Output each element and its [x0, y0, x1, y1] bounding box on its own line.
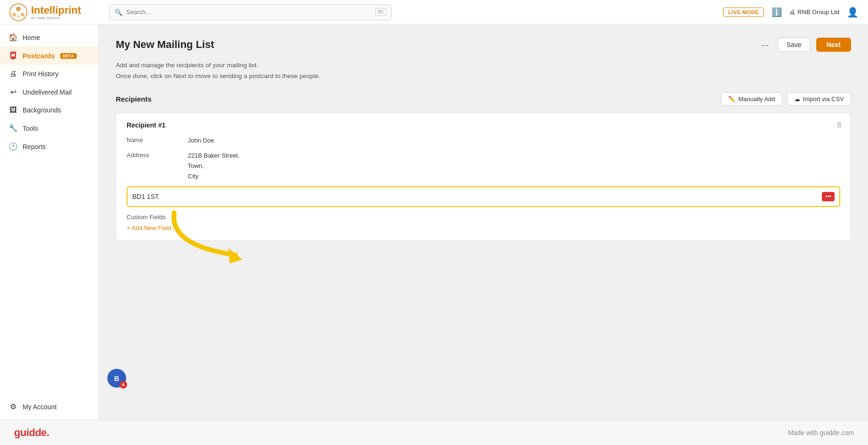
sidebar-label-reports: Reports	[23, 143, 46, 151]
page-description: Add and manage the recipients of your ma…	[116, 60, 851, 82]
content-area: My New Mailing List ··· Save Next Add an…	[99, 24, 868, 420]
sidebar-item-postcards[interactable]: 📮 Postcards BETA	[0, 47, 98, 65]
save-button[interactable]: Save	[778, 38, 811, 52]
page-header: My New Mailing List ··· Save Next	[116, 38, 851, 52]
undelivered-mail-icon: ↩	[8, 87, 18, 96]
logo: Intelliprint BY RNB GROUP	[9, 3, 104, 21]
sidebar-label-home: Home	[23, 34, 40, 41]
delete-icon[interactable]: 🗑	[836, 120, 843, 128]
sidebar-label-my-account: My Account	[23, 403, 56, 411]
live-mode-badge[interactable]: LIVE MODE	[723, 8, 764, 17]
address-row: Address 221B Baker Street, Town, City	[127, 151, 840, 182]
svg-point-0	[10, 4, 27, 21]
address-line3: City	[188, 173, 198, 180]
pencil-icon: ✏️	[728, 95, 736, 103]
sidebar-label-backgrounds: Backgrounds	[23, 106, 61, 114]
company-selector[interactable]: 🖨 RNB Group Ltd	[789, 8, 839, 16]
recipients-header: Recipients ✏️ Manually Add ☁ Import via …	[116, 92, 851, 106]
avatar-initials: B	[114, 374, 120, 382]
desc-line1: Add and manage the recipients of your ma…	[116, 62, 258, 69]
desc-line2: Once done, click on Next to move to send…	[116, 72, 321, 79]
custom-fields-label: Custom Fields	[127, 214, 840, 221]
tools-icon: 🔧	[8, 124, 18, 133]
address-line1: 221B Baker Street,	[188, 152, 240, 159]
company-name: RNB Group Ltd	[797, 8, 839, 16]
printer-icon: 🖨	[789, 8, 796, 16]
search-bar[interactable]: 🔍 ⌘/	[109, 4, 392, 20]
sidebar-label-tools: Tools	[23, 125, 38, 132]
reports-icon: 🕐	[8, 142, 18, 151]
search-shortcut: ⌘/	[375, 8, 386, 16]
guidde-logo: guidde.	[14, 427, 49, 439]
backgrounds-icon: 🖼	[8, 106, 18, 114]
svg-point-4	[17, 15, 20, 18]
postcode-menu-button[interactable]: •••	[822, 192, 835, 201]
manually-add-button[interactable]: ✏️ Manually Add	[721, 92, 782, 106]
made-with-text: Made with guidde.com	[788, 429, 854, 437]
upload-icon: ☁	[794, 95, 800, 103]
sidebar: 🏠 Home 📮 Postcards BETA 🖨 Print History …	[0, 24, 99, 420]
postcode-row: •••	[127, 186, 840, 207]
recipient-card: Recipient #1 🗑 Name John Doe Address 221…	[116, 112, 851, 241]
search-input[interactable]	[126, 8, 371, 16]
sidebar-item-home[interactable]: 🏠 Home	[0, 28, 98, 47]
manually-add-label: Manually Add	[739, 95, 775, 103]
svg-point-2	[12, 13, 16, 16]
beta-badge: BETA	[60, 53, 77, 59]
my-account-icon: ⚙	[8, 402, 18, 411]
address-line2: Town,	[188, 162, 204, 169]
postcode-menu-dots: •••	[825, 193, 831, 200]
postcode-input[interactable]	[132, 193, 822, 200]
name-row: Name John Doe	[127, 135, 840, 146]
print-history-icon: 🖨	[8, 70, 18, 78]
topbar-right: LIVE MODE ℹ️ 🖨 RNB Group Ltd 👤	[723, 7, 859, 18]
sidebar-item-print-history[interactable]: 🖨 Print History	[0, 65, 98, 83]
help-icon[interactable]: ℹ️	[772, 7, 782, 17]
recipients-actions: ✏️ Manually Add ☁ Import via CSV	[721, 92, 851, 106]
sidebar-label-undelivered-mail: Undelivered Mail	[23, 88, 72, 96]
sidebar-item-my-account[interactable]: ⚙ My Account	[0, 397, 98, 416]
next-button[interactable]: Next	[816, 38, 851, 52]
avatar-notification-badge: 8	[120, 381, 127, 389]
add-new-field-button[interactable]: + Add New Field	[127, 224, 171, 231]
sidebar-item-reports[interactable]: 🕐 Reports	[0, 137, 98, 156]
sidebar-label-print-history: Print History	[23, 70, 58, 78]
sidebar-item-tools[interactable]: 🔧 Tools	[0, 119, 98, 137]
svg-point-1	[16, 7, 21, 11]
main-layout: 🏠 Home 📮 Postcards BETA 🖨 Print History …	[0, 24, 868, 420]
logo-icon	[9, 3, 27, 21]
postcards-icon: 📮	[8, 51, 18, 60]
header-actions: ··· Save Next	[758, 38, 851, 52]
topbar: Intelliprint BY RNB GROUP 🔍 ⌘/ LIVE MODE…	[0, 0, 868, 24]
sidebar-item-backgrounds[interactable]: 🖼 Backgrounds	[0, 101, 98, 119]
more-options-button[interactable]: ···	[758, 39, 772, 51]
page-title: My New Mailing List	[116, 39, 758, 51]
svg-marker-5	[228, 248, 242, 263]
recipient-number: Recipient #1	[127, 121, 840, 129]
postcode-input-wrapper: •••	[127, 186, 840, 207]
user-icon[interactable]: 👤	[847, 7, 859, 18]
recipients-title: Recipients	[116, 95, 721, 103]
search-icon: 🔍	[114, 8, 122, 16]
import-csv-label: Import via CSV	[803, 95, 844, 103]
address-value: 221B Baker Street, Town, City	[188, 151, 240, 182]
name-value: John Doe	[188, 135, 214, 146]
address-label: Address	[127, 151, 188, 159]
logo-text: Intelliprint	[31, 4, 81, 16]
name-label: Name	[127, 135, 188, 143]
sidebar-item-undelivered-mail[interactable]: ↩ Undelivered Mail	[0, 83, 98, 101]
home-icon: 🏠	[8, 33, 18, 42]
logo-sub: BY RNB GROUP	[31, 16, 81, 20]
bottom-bar: guidde. Made with guidde.com	[0, 420, 868, 445]
svg-point-3	[21, 13, 24, 16]
sidebar-spacer	[0, 156, 98, 397]
import-csv-button[interactable]: ☁ Import via CSV	[787, 92, 851, 106]
sidebar-label-postcards: Postcards	[23, 52, 55, 60]
